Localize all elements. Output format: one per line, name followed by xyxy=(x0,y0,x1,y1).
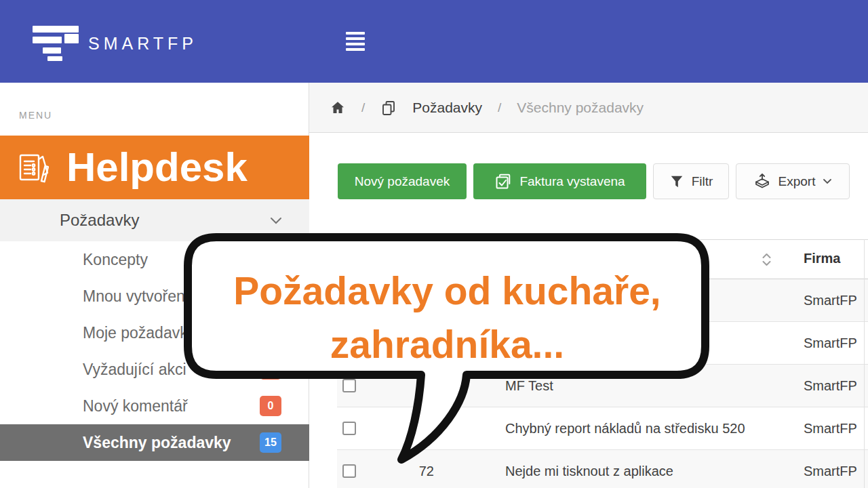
requests-table: Firma SmartFP SmartFP 8 MF Test SmartFP … xyxy=(337,239,868,488)
row-checkbox[interactable] xyxy=(342,336,356,350)
table-row: SmartFP xyxy=(337,322,868,365)
export-button[interactable]: Export xyxy=(736,163,850,199)
sidebar-section-label: MENU xyxy=(19,110,52,121)
request-company: SmartFP xyxy=(804,336,857,351)
sort-icon[interactable] xyxy=(761,251,772,268)
table-header: Firma xyxy=(337,240,868,279)
breadcrumb-current: Všechny požadavky xyxy=(517,100,644,116)
app: SMARTFP MENU Helpdesk Požadavky Koncepty xyxy=(0,0,868,488)
invoice-check-icon xyxy=(494,173,512,190)
request-subject: Nejde mi tisknout z aplikace xyxy=(505,464,673,479)
smartfp-logo-icon xyxy=(33,24,80,61)
invoice-issued-button[interactable]: Faktura vystavena xyxy=(473,163,646,199)
request-subject: Chybný report nákladů na středisku 520 xyxy=(505,421,745,436)
pages-icon xyxy=(380,100,397,117)
request-company: SmartFP xyxy=(804,293,857,308)
filter-icon xyxy=(669,174,684,189)
sidebar-item-vsechny-pozadavky[interactable]: Všechny požadavky 15 xyxy=(0,424,309,461)
table-row: Chybný report nákladů na středisku 520 S… xyxy=(337,407,868,450)
sidebar-item-label: Koncepty xyxy=(83,241,148,278)
request-id: 72 xyxy=(370,464,434,479)
filter-button[interactable]: Filtr xyxy=(653,163,729,199)
toolbar: Nový požadavek Faktura vystavena Filtr E… xyxy=(338,163,850,199)
sidebar-item-pozadavky[interactable]: Požadavky xyxy=(0,199,309,241)
home-icon[interactable] xyxy=(330,100,346,116)
count-badge xyxy=(260,359,281,380)
chevron-down-icon xyxy=(270,217,282,224)
button-label: Filtr xyxy=(692,174,713,189)
sidebar-item-label: Vyžadující akci xyxy=(83,351,186,388)
breadcrumb-separator: / xyxy=(361,100,365,115)
breadcrumb-pozadavky[interactable]: Požadavky xyxy=(412,100,482,116)
table-row: 72 Nejde mi tisknout z aplikace SmartFP xyxy=(337,450,868,488)
row-checkbox[interactable] xyxy=(342,379,356,392)
row-checkbox[interactable] xyxy=(342,293,356,307)
column-divider xyxy=(864,239,865,488)
column-header-firma[interactable]: Firma xyxy=(804,251,840,266)
brand-text: SMARTFP xyxy=(88,34,197,54)
breadcrumb-separator: / xyxy=(498,100,501,115)
new-request-button[interactable]: Nový požadavek xyxy=(338,163,467,199)
chevron-down-icon xyxy=(823,178,832,184)
button-label: Faktura vystavena xyxy=(519,174,625,189)
sidebar: MENU Helpdesk Požadavky Koncepty Mnou vy… xyxy=(0,83,309,488)
request-company: SmartFP xyxy=(804,464,857,479)
sidebar-item-label: Moje požadavky xyxy=(83,314,195,351)
smartfp-logo: SMARTFP xyxy=(33,24,195,61)
app-header: SMARTFP xyxy=(0,0,868,83)
sidebar-submenu: Koncepty Mnou vytvořené Moje požadavky V… xyxy=(0,241,309,461)
button-label: Export xyxy=(778,174,816,189)
table-row: 8 MF Test SmartFP xyxy=(337,365,868,407)
count-badge: 15 xyxy=(260,432,281,453)
sidebar-item-moje-pozadavky[interactable]: Moje požadavky xyxy=(0,314,309,351)
sidebar-item-novy-komentar[interactable]: Nový komentář 0 xyxy=(0,388,309,424)
sidebar-item-koncepty[interactable]: Koncepty xyxy=(0,241,309,278)
sidebar-item-label: Nový komentář xyxy=(83,388,188,424)
sidebar-item-vyzadujici-akci[interactable]: Vyžadující akci xyxy=(0,351,309,388)
request-id: 8 xyxy=(370,378,434,394)
row-checkbox[interactable] xyxy=(342,422,356,435)
sidebar-module-helpdesk[interactable]: Helpdesk xyxy=(0,136,309,199)
button-label: Nový požadavek xyxy=(355,174,450,189)
module-label: Helpdesk xyxy=(66,144,248,190)
row-checkbox[interactable] xyxy=(342,464,356,478)
sidebar-item-label: Mnou vytvořené xyxy=(83,278,194,314)
sidebar-item-label: Požadavky xyxy=(60,199,139,241)
sidebar-item-mnou-vytvorene[interactable]: Mnou vytvořené xyxy=(0,278,309,314)
count-badge: 0 xyxy=(260,396,281,416)
helpdesk-icon xyxy=(16,151,49,184)
hamburger-menu-icon[interactable] xyxy=(346,32,365,51)
sidebar-item-label: Všechny požadavky xyxy=(83,424,231,461)
breadcrumb: / Požadavky / Všechny požadavky xyxy=(309,83,868,133)
request-company: SmartFP xyxy=(804,378,857,394)
request-subject: MF Test xyxy=(505,378,553,394)
export-icon xyxy=(753,173,771,190)
table-row: SmartFP xyxy=(337,279,868,322)
request-company: SmartFP xyxy=(804,421,857,436)
